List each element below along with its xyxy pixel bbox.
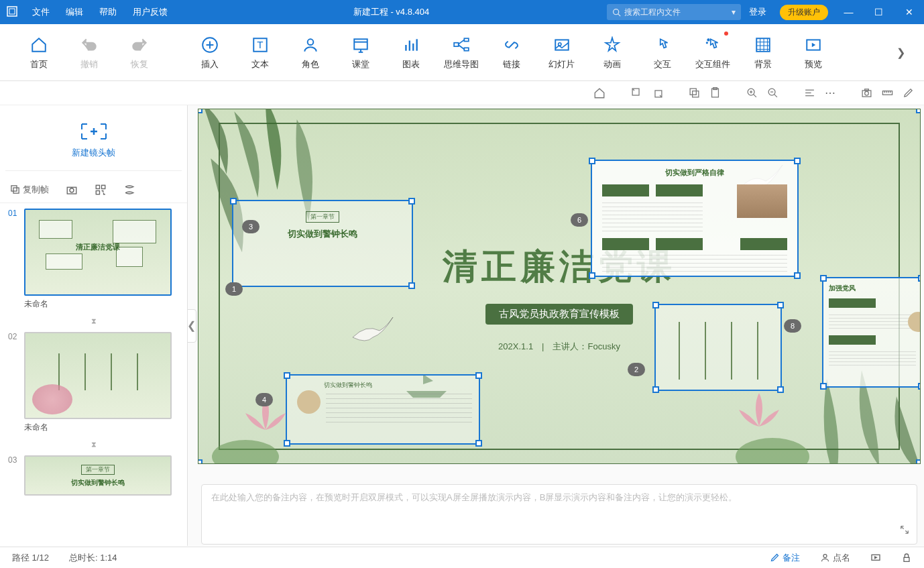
- sb-more-icon[interactable]: ⋯: [825, 87, 835, 99]
- sel-handle-bl[interactable]: [198, 459, 203, 464]
- sb-paste-icon[interactable]: [709, 87, 721, 99]
- slide-subtitle: 古风党员执政教育宣传模板: [485, 304, 633, 325]
- plus-icon: [80, 123, 107, 144]
- search-dropdown-icon[interactable]: ▾: [732, 7, 736, 17]
- tool-slide[interactable]: 幻灯片: [536, 29, 587, 76]
- mini-frame-3[interactable]: 第一章节 切实做到警钟长鸣: [232, 200, 413, 287]
- status-lock-icon[interactable]: [901, 553, 912, 563]
- sidebar: 新建镜头帧 复制帧 01 清正廉洁党课 未命名: [0, 105, 188, 546]
- toolbar: 首页 撤销 恢复 插入 T文本 角色 课堂 图表 思维导图 链接 幻灯片 动画 …: [0, 24, 924, 81]
- svg-point-68: [212, 440, 279, 464]
- close-button[interactable]: ✕: [894, 7, 924, 17]
- tool-anim[interactable]: 动画: [587, 29, 637, 76]
- mini-frame-6[interactable]: 切实做到严格自律: [591, 160, 799, 277]
- slide-info: 202X.1.1 | 主讲人：Focusky: [198, 341, 920, 353]
- svg-point-69: [736, 438, 809, 464]
- tool-mindmap[interactable]: 思维导图: [436, 29, 486, 76]
- thumb-timer-icon: ⧗: [0, 317, 187, 325]
- svg-rect-54: [882, 91, 892, 95]
- tool-link[interactable]: 链接: [486, 29, 536, 76]
- menu-help[interactable]: 帮助: [91, 6, 125, 18]
- window-title: 新建工程 - v4.8.404: [176, 6, 607, 18]
- status-path: 路径 1/12: [12, 552, 49, 564]
- status-present-icon[interactable]: [870, 553, 881, 563]
- svg-rect-1: [9, 9, 15, 14]
- sb-edit-icon[interactable]: [903, 87, 914, 99]
- statusbar: 路径 1/12 总时长: 1:14 备注 点名: [0, 547, 924, 568]
- upgrade-button[interactable]: 升级账户: [780, 5, 828, 20]
- sidebar-qr-icon[interactable]: [95, 184, 107, 196]
- sb-zoomout-icon[interactable]: [767, 87, 778, 99]
- status-notes-button[interactable]: 备注: [770, 552, 800, 564]
- tool-preview[interactable]: 预览: [788, 29, 838, 76]
- tool-interact[interactable]: 交互: [637, 29, 687, 76]
- sb-ruler-icon[interactable]: [882, 87, 893, 99]
- status-roll-button[interactable]: 点名: [820, 552, 850, 564]
- titlebar: 文件 编辑 帮助 用户反馈 新建工程 - v4.8.404 搜索工程内文件 ▾ …: [0, 0, 924, 24]
- toolbar-scroll-right[interactable]: ❯: [891, 46, 911, 59]
- sb-home-icon[interactable]: [593, 87, 605, 99]
- mini-frame-2[interactable]: [654, 304, 782, 391]
- new-frame-button[interactable]: 新建镜头帧: [5, 111, 182, 171]
- tool-home[interactable]: 首页: [13, 29, 64, 76]
- tool-role[interactable]: 角色: [285, 29, 335, 76]
- menu-feedback[interactable]: 用户反馈: [125, 6, 176, 18]
- svg-rect-38: [693, 91, 699, 97]
- maximize-button[interactable]: ☐: [864, 7, 894, 17]
- login-button[interactable]: 登录: [741, 6, 774, 18]
- minimize-button[interactable]: —: [833, 7, 864, 17]
- tool-class[interactable]: 课堂: [335, 29, 386, 76]
- thumb-03[interactable]: 03 第一章节 切实做到警钟长鸣: [0, 450, 187, 501]
- menu-edit[interactable]: 编辑: [58, 6, 91, 18]
- tool-undo[interactable]: 撤销: [64, 29, 114, 76]
- svg-text:T: T: [257, 39, 263, 50]
- svg-rect-37: [690, 89, 696, 95]
- svg-rect-19: [464, 38, 469, 41]
- slide-canvas[interactable]: 清正廉洁党课 古风党员执政教育宣传模板 202X.1.1 | 主讲人：Focus…: [198, 109, 921, 464]
- svg-point-70: [823, 555, 827, 558]
- sel-handle-tr[interactable]: [916, 109, 921, 113]
- tool-chart[interactable]: 图表: [386, 29, 436, 76]
- svg-rect-10: [354, 39, 367, 49]
- frame-badge-3: 3: [242, 220, 259, 233]
- svg-rect-61: [11, 186, 17, 191]
- lotus-decoration-r: [719, 390, 826, 464]
- thumb-timer-icon-2: ⧗: [0, 440, 187, 449]
- tool-text[interactable]: T文本: [235, 29, 285, 76]
- menu-file[interactable]: 文件: [24, 6, 58, 18]
- svg-line-21: [458, 40, 464, 44]
- thumb-01[interactable]: 01 清正廉洁党课 未命名: [0, 203, 187, 315]
- search-input[interactable]: 搜索工程内文件 ▾: [607, 4, 741, 20]
- sel-handle-br[interactable]: [916, 459, 921, 464]
- sb-redo-icon[interactable]: [652, 87, 663, 99]
- svg-point-26: [706, 42, 707, 43]
- tool-insert[interactable]: 插入: [184, 29, 235, 76]
- thumb-02[interactable]: 02 未命名: [0, 327, 187, 439]
- svg-line-3: [618, 13, 620, 15]
- svg-point-25: [707, 38, 709, 40]
- sidebar-path-icon[interactable]: [123, 184, 135, 196]
- tool-bg[interactable]: 背景: [738, 29, 788, 76]
- frame-badge-6: 6: [571, 213, 588, 227]
- svg-rect-72: [904, 557, 909, 561]
- tool-widget[interactable]: 交互组件: [687, 29, 738, 76]
- svg-point-64: [70, 188, 74, 192]
- frame-badge-8: 8: [784, 319, 801, 333]
- tool-redo[interactable]: 恢复: [114, 29, 164, 76]
- notes-area[interactable]: 在此处输入您的备注内容，在预览时开启双屏模式，可以实现A屏全屏播放演示内容，B屏…: [201, 484, 917, 545]
- mini-frame-8[interactable]: 加强党风: [822, 277, 921, 388]
- notes-expand-icon[interactable]: [899, 524, 910, 537]
- sel-handle-tl[interactable]: [198, 109, 203, 113]
- svg-rect-66: [102, 185, 105, 188]
- sb-zoomin-icon[interactable]: [746, 87, 758, 99]
- frame-badge-1: 1: [225, 282, 243, 296]
- sidebar-camera-icon[interactable]: [66, 184, 78, 196]
- thumb-02-image: [24, 332, 172, 419]
- copy-frame-button[interactable]: 复制帧: [10, 184, 49, 196]
- mini-frame-4[interactable]: 切实做到警钟长鸣: [286, 374, 480, 445]
- sb-undo-icon[interactable]: [631, 87, 642, 99]
- sb-camera-icon[interactable]: [861, 87, 872, 99]
- sb-align-icon[interactable]: [804, 87, 815, 99]
- sb-copy-icon[interactable]: [689, 87, 700, 99]
- sidebar-collapse-button[interactable]: ❮: [188, 309, 196, 343]
